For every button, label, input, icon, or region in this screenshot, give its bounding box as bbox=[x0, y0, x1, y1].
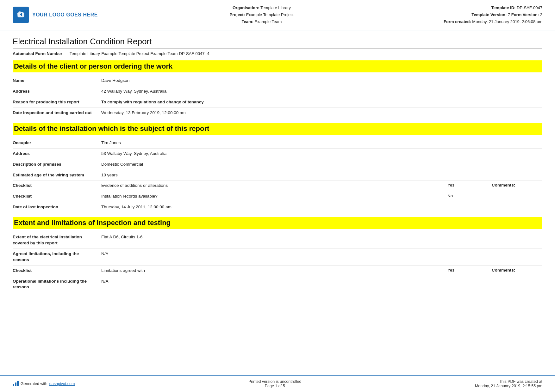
template-version-value: 7 bbox=[508, 12, 510, 17]
row-label: Checklist bbox=[13, 193, 101, 199]
template-id-row: Template ID: DP-SAF-0047 bbox=[422, 4, 542, 11]
row-label: Address bbox=[13, 151, 101, 157]
header-right: Template ID: DP-SAF-0047 Template Versio… bbox=[422, 4, 542, 25]
row-status: No bbox=[447, 193, 492, 198]
row-status: Yes bbox=[447, 183, 492, 187]
header: YOUR LOGO GOES HERE Organisation: Templa… bbox=[0, 0, 555, 30]
row-label: Date inspection and testing carried out bbox=[13, 110, 101, 116]
row-value: Evidence of additions or alterations bbox=[101, 183, 447, 189]
table-row: Reason for producing this reportTo compl… bbox=[13, 97, 542, 108]
footer-center: Printed version is uncontrolled Page 1 o… bbox=[248, 379, 301, 388]
table-row: Operational limitations including the re… bbox=[13, 276, 542, 293]
org-row: Organisation: Template Library bbox=[101, 4, 422, 11]
row-value: N/A bbox=[101, 251, 542, 257]
template-id-label: Template ID: bbox=[491, 5, 515, 10]
team-row: Team: Example Team bbox=[101, 18, 422, 25]
form-created-row: Form created: Monday, 21 January 2019, 2… bbox=[422, 18, 542, 25]
form-created-label: Form created: bbox=[444, 19, 471, 24]
logo-icon bbox=[13, 7, 29, 23]
header-center: Organisation: Template Library Project: … bbox=[101, 4, 422, 25]
table-row: Estimated age of the wiring system10 yea… bbox=[13, 170, 542, 181]
team-label: Team: bbox=[242, 19, 253, 24]
logo-text: YOUR LOGO GOES HERE bbox=[32, 12, 98, 18]
section3-rows: Extent of the electrical installation co… bbox=[13, 232, 542, 292]
row-status: Yes bbox=[447, 268, 492, 273]
project-label: Project: bbox=[230, 12, 245, 17]
generated-text: Generated with bbox=[21, 382, 47, 386]
footer-link[interactable]: dashpivot.com bbox=[49, 382, 75, 386]
row-value: 42 Wallaby Way, Sydney, Australia bbox=[101, 89, 542, 95]
template-id-value: DP-SAF-0047 bbox=[517, 5, 542, 10]
section2-heading: Details of the installation which is the… bbox=[13, 123, 542, 135]
version-row: Template Version: 7 Form Version: 2 bbox=[422, 11, 542, 18]
template-version-label: Template Version: bbox=[471, 12, 507, 17]
row-label: Estimated age of the wiring system bbox=[13, 172, 101, 178]
bar-chart-icon bbox=[13, 381, 19, 386]
table-row: ChecklistEvidence of additions or altera… bbox=[13, 181, 542, 191]
table-row: NameDave Hodgson bbox=[13, 76, 542, 86]
footer-right-line2: Monday, 21 January 2019, 2:15:55 pm bbox=[475, 384, 542, 388]
form-number-value: Template Library-Example Template Projec… bbox=[70, 51, 542, 56]
table-row: Date of last inspectionThursday, 14 July… bbox=[13, 202, 542, 212]
main-content: Electrical Installation Condition Report… bbox=[0, 30, 555, 375]
project-row: Project: Example Template Project bbox=[101, 11, 422, 18]
row-value: Dave Hodgson bbox=[101, 78, 542, 84]
row-value: Limitations agreed with bbox=[101, 268, 447, 274]
table-row: Extent of the electrical installation co… bbox=[13, 232, 542, 249]
table-row: OccupierTim Jones bbox=[13, 138, 542, 149]
team-value: Example Team bbox=[255, 19, 282, 24]
row-comments-label: Comments: bbox=[492, 183, 542, 187]
row-label: Checklist bbox=[13, 268, 101, 274]
table-row: Description of premisesDomestic Commerci… bbox=[13, 159, 542, 170]
project-value: Example Template Project bbox=[246, 12, 294, 17]
row-value: Flat A D6, Circuits 1-6 bbox=[101, 234, 542, 240]
row-label: Checklist bbox=[13, 183, 101, 189]
section1-heading: Details of the client or person ordering… bbox=[13, 60, 542, 72]
row-label: Occupier bbox=[13, 140, 101, 146]
table-row: ChecklistInstallation records available?… bbox=[13, 191, 542, 202]
row-value: To comply with regulations and change of… bbox=[101, 99, 542, 105]
row-value: N/A bbox=[101, 279, 542, 285]
report-title: Electrical Installation Condition Report bbox=[13, 37, 542, 49]
footer-left: Generated with dashpivot.com bbox=[13, 381, 75, 386]
org-value: Template Library bbox=[260, 5, 291, 10]
bar2 bbox=[15, 383, 16, 386]
row-value: Installation records available? bbox=[101, 193, 447, 199]
footer-right-line1: This PDF was created at bbox=[475, 379, 542, 384]
table-row: Address53 Wallaby Way, Sydney, Australia bbox=[13, 149, 542, 159]
row-value: 53 Wallaby Way, Sydney, Australia bbox=[101, 151, 542, 157]
footer-center-line1: Printed version is uncontrolled bbox=[248, 379, 301, 384]
row-value: Tim Jones bbox=[101, 140, 542, 146]
form-number-row: Automated Form Number Template Library-E… bbox=[13, 51, 542, 56]
footer-right: This PDF was created at Monday, 21 Janua… bbox=[475, 379, 542, 388]
row-value: 10 years bbox=[101, 172, 542, 178]
row-label: Operational limitations including the re… bbox=[13, 279, 101, 291]
table-row: Date inspection and testing carried outW… bbox=[13, 108, 542, 118]
table-row: ChecklistLimitations agreed withYesComme… bbox=[13, 266, 542, 276]
section2-rows: OccupierTim JonesAddress53 Wallaby Way, … bbox=[13, 138, 542, 212]
row-value: Wednesday, 13 February 2019, 12:00:00 am bbox=[101, 110, 542, 116]
section3-heading: Extent and limitations of inspection and… bbox=[13, 217, 542, 229]
row-label: Date of last inspection bbox=[13, 204, 101, 210]
section1-rows: NameDave HodgsonAddress42 Wallaby Way, S… bbox=[13, 76, 542, 118]
row-value: Thursday, 14 July 2011, 12:00:00 am bbox=[101, 204, 542, 210]
form-version-value: 2 bbox=[540, 12, 542, 17]
org-label: Organisation: bbox=[233, 5, 259, 10]
row-comments-label: Comments: bbox=[492, 268, 542, 273]
row-label: Address bbox=[13, 89, 101, 95]
row-value: Domestic Commercial bbox=[101, 162, 542, 168]
bar3 bbox=[17, 381, 19, 386]
row-label: Name bbox=[13, 78, 101, 84]
page: YOUR LOGO GOES HERE Organisation: Templa… bbox=[0, 0, 555, 392]
header-logo: YOUR LOGO GOES HERE bbox=[13, 7, 101, 23]
footer-center-line2: Page 1 of 5 bbox=[248, 384, 301, 388]
table-row: Address42 Wallaby Way, Sydney, Australia bbox=[13, 86, 542, 97]
row-label: Extent of the electrical installation co… bbox=[13, 234, 101, 246]
form-version-label: Form Version: bbox=[511, 12, 539, 17]
form-created-value: Monday, 21 January 2019, 2:06:08 pm bbox=[472, 19, 542, 24]
table-row: Agreed limitations, including the reason… bbox=[13, 249, 542, 266]
footer: Generated with dashpivot.com Printed ver… bbox=[0, 375, 555, 392]
bar1 bbox=[13, 384, 14, 386]
form-number-label: Automated Form Number bbox=[13, 51, 70, 56]
row-label: Agreed limitations, including the reason… bbox=[13, 251, 101, 263]
